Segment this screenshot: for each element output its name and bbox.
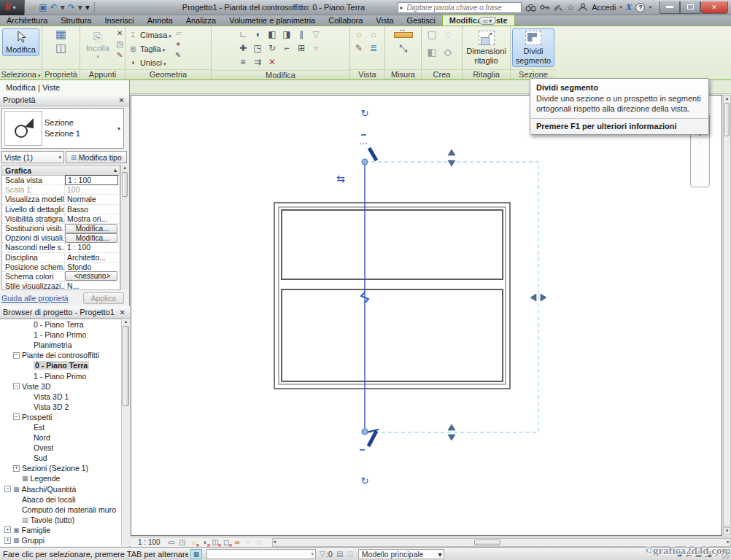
application-menu-button[interactable]: R ▾ — [0, 0, 25, 15]
redo-icon[interactable]: ↷ — [68, 3, 75, 12]
tree-item[interactable]: 0 - Piano Terra — [0, 319, 130, 330]
properties-close-icon[interactable]: ✕ — [117, 96, 126, 104]
type-dropdown-icon[interactable]: ▾ — [115, 125, 123, 132]
property-value[interactable]: Modifica... — [65, 224, 117, 233]
group-icon[interactable]: ▢ — [426, 28, 438, 40]
exchange-apps-icon[interactable]: X — [626, 1, 633, 13]
help-icon[interactable]: ? — [635, 3, 645, 12]
panel-label-appunti[interactable]: Appunti — [80, 69, 125, 79]
tree-expander-icon[interactable]: − — [13, 413, 20, 420]
maximize-button[interactable] — [680, 1, 700, 14]
wall-joins-icon[interactable]: ▱ — [173, 28, 184, 39]
pin-icon[interactable]: ▽ — [310, 28, 322, 40]
tree-item[interactable]: + Sezioni (Sezione 1) — [0, 463, 130, 473]
trim-icon[interactable]: ⌐ — [281, 42, 293, 54]
show-crop-icon[interactable]: ◻ — [221, 538, 232, 546]
panel-label-ritaglia[interactable]: Ritaglia — [463, 69, 510, 79]
tree-item[interactable]: ▤ Tavole (tutto) — [0, 515, 130, 525]
property-value[interactable]: 1 : 100 — [65, 243, 120, 252]
ribbon-tab[interactable]: Collabora — [322, 15, 369, 26]
panel-label-crea[interactable]: Crea — [422, 69, 462, 79]
ribbon-tab[interactable]: Annota — [141, 15, 179, 26]
favorites-star-icon[interactable]: ☆ — [567, 2, 575, 12]
unpin-icon[interactable]: ▿ — [310, 42, 322, 54]
close-button[interactable]: ✕ — [700, 1, 728, 14]
drawing-canvas[interactable]: ↻ ↻ ⇆ ✕ — [131, 95, 722, 536]
open-icon[interactable]: ▱ — [29, 3, 36, 12]
properties-header[interactable]: Proprietà ✕ — [0, 94, 129, 106]
sun-path-icon[interactable]: ☼ — [188, 538, 199, 546]
assembly-icon[interactable]: ◧ — [426, 46, 438, 58]
parts-icon[interactable]: ◇ — [442, 46, 455, 58]
scroll-left-icon[interactable]: ◂ — [274, 539, 276, 545]
scroll-right-icon[interactable]: ▸ — [727, 539, 730, 545]
subscription-key-icon[interactable] — [540, 4, 550, 12]
property-value[interactable]: 100 — [65, 185, 120, 194]
tree-expander-icon[interactable]: + — [4, 526, 11, 533]
edit-type-button[interactable]: ⊞ Modifica tipo — [66, 151, 127, 163]
tree-item[interactable]: Ovest — [0, 443, 130, 453]
copy-icon[interactable]: ◳ — [115, 39, 125, 50]
array-icon[interactable]: ⊞ — [295, 42, 308, 54]
linework-icon[interactable]: ✎ — [353, 42, 366, 54]
offset-copy-icon[interactable]: ⇉ — [252, 56, 264, 68]
property-row[interactable]: Scala 1: 100 — [2, 185, 120, 195]
worksets-icon[interactable]: ▦ — [190, 549, 202, 559]
crop-view-icon[interactable]: ◫ — [210, 538, 221, 546]
property-value[interactable]: <nessuno> — [65, 271, 117, 281]
search-box[interactable]: ▸ — [398, 2, 522, 13]
panel-label-misura[interactable]: Misura — [385, 69, 421, 79]
tree-item[interactable]: Abaco dei locali — [0, 494, 130, 505]
help-dropdown-icon[interactable]: ▾ — [649, 4, 651, 10]
ribbon-tab[interactable]: Vista — [369, 15, 400, 26]
type-selector[interactable]: Sezione Sezione 1 ▾ — [1, 108, 124, 149]
panel-label-vista[interactable]: Vista — [350, 69, 384, 79]
property-value[interactable]: 1 : 100 — [65, 175, 118, 185]
selection-filter-icon[interactable]: ◨ — [705, 550, 711, 558]
scale-icon[interactable]: ≡ — [237, 56, 250, 68]
measure-icon[interactable]: ⤡ — [399, 42, 407, 55]
match-properties-icon[interactable]: ✎ — [115, 50, 125, 61]
property-row[interactable]: Stile visualizzazi... N... — [2, 281, 120, 290]
panel-label-geometria[interactable]: Geometria — [125, 69, 211, 79]
property-row[interactable]: Disciplina Architetto... — [2, 253, 120, 262]
panel-label-seleziona[interactable]: Seleziona — [0, 69, 42, 79]
property-row[interactable]: Visibilità stratigra... Mostra ori... — [2, 214, 120, 224]
views-filter-combo[interactable]: Viste (1)▾ — [1, 151, 64, 163]
navbar-customize-icon[interactable]: ◦ — [699, 140, 700, 145]
shadows-icon[interactable]: ◑ — [199, 538, 210, 546]
demolish-icon[interactable]: ✦ — [173, 39, 184, 50]
property-row[interactable]: Opzioni di visuali... Modifica... — [2, 233, 120, 243]
offset-icon[interactable]: ◖ — [252, 28, 264, 40]
lightbulb-icon[interactable]: ☼ — [353, 28, 366, 40]
align-icon[interactable]: ∟ — [237, 28, 250, 40]
property-row[interactable]: Schema colori <nessuno> — [2, 272, 120, 281]
cut-icon[interactable]: ✕ — [115, 28, 125, 39]
tree-expander-icon[interactable]: + — [4, 537, 11, 544]
worksets-combo[interactable]: ▾ — [206, 549, 316, 559]
property-value[interactable]: Normale — [65, 195, 120, 203]
ribbon-tab[interactable]: Architettura — [0, 15, 54, 26]
property-row[interactable]: Sostituzioni visib... Modifica... — [2, 224, 120, 233]
signin-dropdown-icon[interactable]: ▾ — [619, 4, 622, 10]
paint-icon[interactable]: ✎ — [173, 50, 184, 61]
ribbon-tab[interactable]: Inserisci — [98, 15, 140, 26]
editable-only-icon[interactable]: ♟ — [676, 550, 683, 558]
undo-dropdown-icon[interactable]: ▾ — [61, 3, 65, 12]
ribbon-tab[interactable]: Gestisci — [401, 15, 442, 26]
ruler-icon[interactable] — [394, 32, 413, 38]
tree-item[interactable]: 1 - Piano Primo — [0, 370, 130, 381]
modify-button[interactable]: Modifica — [2, 28, 39, 56]
crop-region-size-icon[interactable]: ▭ — [166, 538, 177, 546]
tree-item[interactable]: Vista 3D 1 — [0, 392, 130, 402]
browser-scrollbar[interactable]: ▴ — [121, 319, 130, 546]
crop-size-button[interactable]: Dimensioni ritaglio — [463, 28, 509, 67]
ribbon-tab[interactable]: Analizza — [179, 15, 223, 26]
cimasa-icon[interactable]: ⌶ Cimasa — [128, 28, 171, 42]
tree-item[interactable]: − Prospetti — [0, 412, 130, 422]
tree-item[interactable]: − Piante dei controsoffitti — [0, 350, 130, 360]
horizontal-scroll-thumb[interactable] — [474, 540, 500, 545]
vertical-scrollbar[interactable]: ▴ — [723, 95, 731, 526]
minimize-button[interactable] — [660, 1, 680, 14]
signin-person-icon[interactable] — [578, 3, 588, 12]
